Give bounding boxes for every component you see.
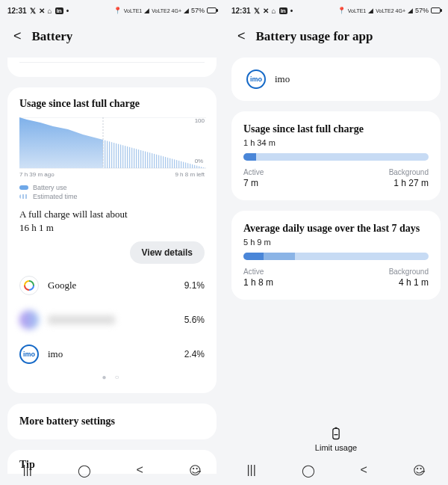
usage-total: 1 h 34 m	[243, 138, 429, 147]
net-2: VoLTE2 4G+	[152, 8, 181, 13]
estimate-line-1: A full charge will last about	[19, 208, 205, 221]
nav-back-icon[interactable]: <	[360, 463, 367, 477]
redacted-icon	[19, 310, 39, 330]
app-name-redacted	[48, 315, 115, 324]
usage-card: Usage since last full charge 100 0%	[7, 87, 217, 393]
app-pct: 9.1%	[184, 280, 205, 291]
estimate-line-2: 16 h 1 m	[19, 221, 205, 235]
chart-legend: Battery use Estimated time	[19, 184, 205, 200]
status-more-icon: •	[66, 7, 69, 15]
nav-home-icon[interactable]: ◯	[302, 463, 315, 478]
background-value: 1 h 27 m	[389, 178, 429, 188]
battery-pct: 57%	[191, 7, 205, 14]
app-pct: 2.4%	[184, 349, 205, 359]
google-icon	[19, 276, 39, 295]
background-label: Background	[389, 268, 429, 276]
chart-svg	[19, 117, 206, 170]
status-bar: 12:31 𝕏 ✕ ⌂ in • 📍 VoLTE1 ◢ VoLTE2 4G+ ◢…	[0, 3, 224, 18]
nav-accessibility-icon[interactable]: ☺̵	[413, 463, 426, 478]
view-details-button[interactable]: View details	[130, 241, 205, 264]
legend-swatch-est	[19, 194, 28, 199]
nav-recents-icon[interactable]: |||	[246, 463, 255, 477]
nav-recents-icon[interactable]: |||	[22, 463, 31, 477]
location-icon: 📍	[113, 7, 122, 14]
page-title: Battery usage for app	[256, 29, 373, 44]
app-name: imo	[275, 73, 290, 85]
status-x-icon: 𝕏	[254, 7, 260, 15]
legend-swatch-use	[19, 185, 28, 190]
status-linkedin-icon: in	[279, 7, 287, 14]
battery-pct: 57%	[415, 7, 429, 14]
status-bar: 12:31 𝕏 ✕ ⌂ in • 📍 VoLTE1 ◢ VoLTE2 4G+ ◢…	[224, 3, 448, 18]
signal-icon-2: ◢	[408, 7, 413, 14]
nav-bar: ||| ◯ < ☺̵	[224, 455, 448, 485]
more-settings-label: More battery settings	[19, 416, 205, 427]
app-row-google[interactable]: Google 9.1%	[19, 268, 205, 303]
more-settings-card[interactable]: More battery settings	[7, 404, 217, 439]
top-slice-card	[7, 58, 217, 77]
limit-usage-icon	[329, 426, 343, 441]
status-time: 12:31	[231, 7, 251, 15]
phone-right: 12:31 𝕏 ✕ ⌂ in • 📍 VoLTE1 ◢ VoLTE2 4G+ ◢…	[224, 0, 448, 485]
app-name: imo	[48, 348, 63, 360]
legend-est: Estimated time	[33, 193, 78, 200]
app-row-redacted[interactable]: 5.6%	[19, 303, 205, 337]
nav-back-icon[interactable]: <	[136, 463, 143, 477]
signal-icon-1: ◢	[368, 7, 373, 14]
app-name: Google	[48, 279, 76, 291]
usage-title: Usage since last full charge	[243, 123, 429, 135]
app-pct: 5.6%	[184, 315, 205, 325]
app-list: Google 9.1% 5.6% imo imo 2.4% ● ○	[19, 268, 205, 381]
chart-x-start: 7 h 39 m ago	[19, 171, 55, 178]
status-linkedin-icon: in	[55, 7, 63, 14]
active-label: Active	[243, 168, 264, 176]
status-x-icon-2: ✕	[39, 7, 45, 15]
status-more-icon: •	[290, 7, 293, 15]
active-value: 7 m	[243, 178, 264, 188]
chart-y-0: 0%	[195, 158, 205, 164]
net-1: VoLTE1	[348, 8, 366, 13]
signal-icon-1: ◢	[144, 7, 149, 14]
status-shield-icon: ⌂	[272, 7, 276, 15]
usage-title: Usage since last full charge	[19, 98, 205, 110]
limit-usage-button[interactable]: Limit usage	[224, 426, 448, 452]
net-2: VoLTE2 4G+	[376, 8, 405, 13]
background-label: Background	[389, 168, 429, 176]
phone-left: 12:31 𝕏 ✕ ⌂ in • 📍 VoLTE1 ◢ VoLTE2 4G+ ◢…	[0, 0, 224, 485]
battery-icon	[431, 7, 441, 13]
legend-use: Battery use	[33, 184, 67, 191]
active-label: Active	[243, 268, 273, 276]
status-time: 12:31	[7, 7, 27, 15]
page-title: Battery	[32, 29, 73, 44]
svg-rect-9	[335, 427, 337, 429]
nav-home-icon[interactable]: ◯	[78, 463, 91, 478]
avg-bar	[243, 253, 429, 260]
usage-since-charge-card: Usage since last full charge 1 h 34 m Ac…	[231, 111, 441, 200]
location-icon: 📍	[337, 7, 346, 14]
back-icon[interactable]: <	[237, 28, 246, 44]
signal-icon-2: ◢	[184, 7, 189, 14]
imo-icon: imo	[246, 69, 266, 89]
svg-rect-8	[333, 428, 339, 439]
background-value: 4 h 1 m	[389, 277, 429, 288]
nav-accessibility-icon[interactable]: ☺̵	[189, 463, 202, 478]
imo-icon: imo	[19, 345, 39, 364]
status-x-icon-2: ✕	[263, 7, 269, 15]
status-x-icon: 𝕏	[30, 7, 36, 15]
avg-title: Average daily usage over the last 7 days	[243, 223, 429, 235]
limit-usage-label: Limit usage	[224, 443, 448, 452]
back-icon[interactable]: <	[13, 28, 22, 44]
battery-chart[interactable]: 100 0%	[19, 117, 205, 178]
avg-total: 5 h 9 m	[243, 238, 429, 247]
page-header: < Battery	[0, 18, 224, 58]
chart-x-end: 9 h 8 m left	[175, 171, 205, 178]
estimate-text: A full charge will last about 16 h 1 m	[19, 208, 205, 234]
nav-bar: ||| ◯ < ☺̵	[0, 455, 224, 485]
chart-y-100: 100	[195, 117, 205, 124]
avg-usage-card: Average daily usage over the last 7 days…	[231, 211, 441, 300]
net-1: VoLTE1	[124, 8, 142, 13]
status-shield-icon: ⌂	[48, 7, 52, 15]
app-identity-card: imo imo	[231, 58, 441, 101]
page-indicator[interactable]: ● ○	[19, 373, 205, 381]
app-row-imo[interactable]: imo imo 2.4%	[19, 337, 205, 371]
